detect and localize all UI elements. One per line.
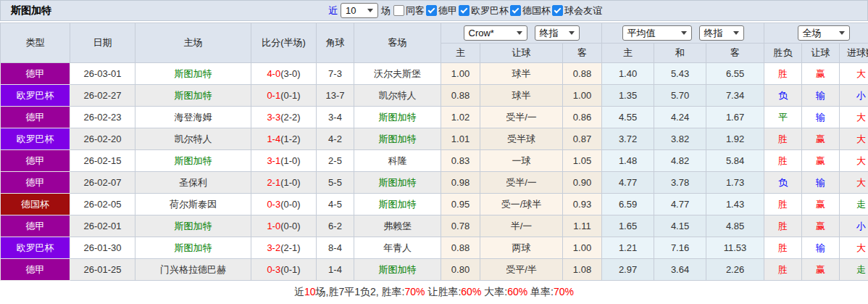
odds-company-value: Crow* [469, 28, 494, 38]
filter-checkbox[interactable] [459, 5, 470, 16]
league-badge: 德甲 [1, 259, 70, 281]
filter-checkbox[interactable] [510, 5, 521, 16]
average-odds-group: 平均值 终指 [602, 23, 764, 44]
avg-draw-odds: 7.16 [654, 237, 706, 259]
subheader-avg-draw: 和 [654, 44, 706, 63]
handicap-result-badge: 赢 [802, 194, 840, 215]
ah-line: 受一/球半 [480, 194, 563, 215]
score-halftime: 0-3(0-1) [251, 259, 317, 281]
avg-draw-odds: 4.82 [654, 150, 706, 172]
avg-away-odds: 7.34 [706, 85, 764, 107]
away-team: 年青人 [354, 237, 441, 259]
ah-away-odds: 1.00 [563, 237, 602, 259]
handicap-result-badge: 赢 [802, 128, 840, 150]
corners: 4-2 [317, 128, 354, 150]
team-title: 斯图加特 [11, 4, 51, 17]
summary-segment: 60% [461, 286, 481, 297]
col-header-score: 比分(半场) [251, 23, 317, 63]
corners: 1-4 [317, 259, 354, 281]
match-date: 26-03-01 [70, 63, 135, 85]
corners: 3-4 [317, 107, 354, 128]
goals-result-badge: 走 [840, 259, 868, 281]
recent-count-value: 10 [346, 5, 356, 16]
summary-segment: 70% [405, 286, 425, 297]
league-badge: 欧罗巴杯 [1, 85, 70, 107]
ah-away-odds: 1.05 [563, 150, 602, 172]
ah-home-odds: 1.02 [441, 107, 480, 128]
avg-away-odds: 1.92 [706, 128, 764, 150]
games-label: 场 [381, 4, 391, 17]
match-date: 26-01-30 [70, 237, 135, 259]
col-header-away: 客场 [354, 23, 441, 63]
goals-result-badge: 大 [840, 63, 868, 85]
score-halftime: 2-1(1-0) [251, 172, 317, 194]
col-header-type: 类型 [1, 23, 70, 63]
result-badge: 胜 [764, 237, 802, 259]
corners: 8-4 [317, 237, 354, 259]
avg-home-odds: 1.65 [602, 215, 654, 237]
match-date: 26-02-27 [70, 85, 135, 107]
table-row: 德国杯26-02-05荷尔斯泰因0-3(0-0)4-5斯图加特0.95受一/球半… [1, 194, 868, 215]
corners: 7-3 [317, 63, 354, 85]
table-row: 欧罗巴杯26-02-20凯尔特人1-4(1-2)4-2斯图加特1.01受半球0.… [1, 128, 868, 150]
avg-draw-odds: 5.43 [654, 63, 706, 85]
away-team: 弗赖堡 [354, 215, 441, 237]
subheader-result: 胜负 [764, 44, 802, 63]
away-team: 凯尔特人 [354, 85, 441, 107]
ah-line: 受半球 [480, 128, 563, 150]
filter-checkbox[interactable] [552, 5, 563, 16]
goals-result-badge: 小 [840, 85, 868, 107]
col-header-date: 日期 [70, 23, 135, 63]
away-team: 斯图加特 [354, 172, 441, 194]
scope-select[interactable]: 全场 [798, 25, 850, 41]
summary-segment: 70% [554, 286, 574, 297]
summary-segment: 场,胜7平1负2, 胜率: [316, 286, 405, 297]
filter-checkbox[interactable] [426, 5, 437, 16]
corners: 13-7 [317, 85, 354, 107]
ah-away-odds: 0.87 [563, 128, 602, 150]
average-value: 平均值 [627, 27, 656, 40]
league-filters: 同客德甲欧罗巴杯德国杯球会友谊 [393, 4, 602, 17]
chevron-down-icon [681, 31, 687, 35]
ah-home-odds: 0.88 [441, 85, 480, 107]
table-row: 欧罗巴杯26-01-30斯图加特3-2(2-1)8-4年青人0.88两球1.00… [1, 237, 868, 259]
handicap-result-badge: 输 [802, 85, 840, 107]
home-team: 斯图加特 [135, 215, 251, 237]
match-date: 26-02-07 [70, 172, 135, 194]
goals-result-badge: 大 [840, 128, 868, 150]
ah-line: 两球 [480, 237, 563, 259]
summary-segment: 60% [507, 286, 527, 297]
handicap-result-badge: 赢 [802, 150, 840, 172]
filter-label: 球会友谊 [564, 4, 602, 17]
chevron-down-icon [367, 9, 373, 12]
average-select[interactable]: 平均值 [622, 25, 692, 41]
filter-checkbox[interactable] [393, 5, 404, 16]
summary-segment: 近 [294, 286, 304, 297]
goals-result-badge: 走 [840, 194, 868, 215]
table-row: 德甲26-02-23海登海姆3-3(2-2)3-4斯图加特1.02受半/一0.8… [1, 107, 868, 128]
average-stage-value: 终指 [704, 27, 723, 40]
result-badge: 平 [764, 107, 802, 128]
filter-label: 欧罗巴杯 [471, 4, 509, 17]
corners: 6-2 [317, 215, 354, 237]
scope-value: 全场 [803, 27, 822, 40]
ah-home-odds: 0.83 [441, 150, 480, 172]
away-team: 斯图加特 [354, 128, 441, 150]
score-halftime: 1-0(0-0) [251, 215, 317, 237]
result-badge: 胜 [764, 194, 802, 215]
home-team: 门兴格拉德巴赫 [135, 259, 251, 281]
scope-group: 全场 [764, 23, 868, 44]
subheader-ah-away: 客 [563, 44, 602, 63]
subheader-goals: 进球数 [840, 44, 868, 63]
odds-stage-select[interactable]: 终指 [535, 25, 580, 41]
odds-company-group: Crow* 终指 [441, 23, 602, 44]
chevron-down-icon [733, 31, 739, 35]
odds-company-select[interactable]: Crow* [464, 25, 527, 41]
avg-draw-odds: 3.82 [654, 128, 706, 150]
filter-label: 德甲 [438, 4, 457, 17]
average-stage-select[interactable]: 终指 [699, 25, 744, 41]
summary-segment: 10 [304, 286, 316, 297]
recent-count-select[interactable]: 10 [341, 3, 378, 18]
ah-home-odds: 0.78 [441, 215, 480, 237]
subheader-avg-home: 主 [602, 44, 654, 63]
